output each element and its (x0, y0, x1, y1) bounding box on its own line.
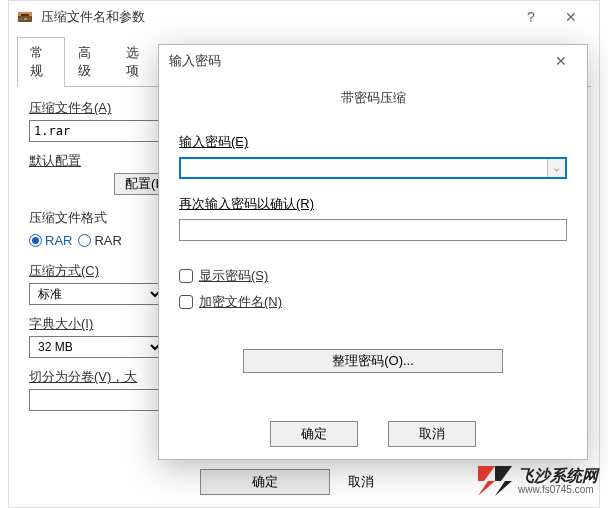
filename-input[interactable] (29, 120, 164, 142)
modal-heading: 带密码压缩 (179, 89, 567, 107)
chevron-down-icon[interactable]: ⌵ (547, 159, 565, 177)
svg-marker-6 (478, 466, 495, 496)
enter-password-label: 输入密码(E) (179, 133, 567, 151)
watermark: 飞沙系统网 www.fs0745.com (478, 466, 598, 496)
watermark-logo-icon (478, 466, 512, 496)
tab-general[interactable]: 常规 (17, 37, 65, 87)
winrar-icon (17, 9, 33, 25)
encrypt-names-checkbox[interactable]: 加密文件名(N) (179, 293, 567, 311)
close-icon[interactable]: ✕ (545, 45, 577, 77)
modal-cancel-button[interactable]: 取消 (388, 421, 476, 447)
watermark-url: www.fs0745.com (518, 484, 598, 495)
parent-title: 压缩文件名和参数 (41, 8, 511, 26)
help-button[interactable]: ? (511, 1, 551, 33)
checkbox-icon (179, 295, 193, 309)
modal-titlebar: 输入密码 ✕ (159, 45, 587, 77)
method-select[interactable]: 标准 (29, 283, 164, 305)
split-input[interactable] (29, 389, 164, 411)
svg-rect-4 (24, 18, 27, 20)
svg-rect-2 (21, 14, 29, 16)
show-password-label: 显示密码(S) (199, 267, 268, 285)
radio-rar-label: RAR (45, 233, 72, 248)
radio-rar4[interactable]: RAR (78, 233, 121, 248)
tab-advanced[interactable]: 高级 (65, 37, 113, 87)
modal-ok-button[interactable]: 确定 (270, 421, 358, 447)
modal-title: 输入密码 (169, 52, 545, 70)
tab-options[interactable]: 选项 (113, 37, 161, 87)
close-button[interactable]: ✕ (551, 1, 591, 33)
password-input[interactable]: ⌵ (179, 157, 567, 179)
radio-dot-icon (29, 234, 42, 247)
checkbox-icon (179, 269, 193, 283)
reenter-password-label: 再次输入密码以确认(R) (179, 195, 567, 213)
parent-ok-button[interactable]: 确定 (200, 469, 330, 495)
parent-cancel-button[interactable]: 取消 (348, 469, 408, 495)
organize-passwords-button[interactable]: 整理密码(O)... (243, 349, 503, 373)
password-dialog: 输入密码 ✕ 带密码压缩 输入密码(E) ⌵ 再次输入密码以确认(R) 显示密码… (158, 44, 588, 460)
password-confirm-input[interactable] (179, 219, 567, 241)
radio-rar4-label: RAR (94, 233, 121, 248)
radio-dot-icon (78, 234, 91, 247)
svg-rect-5 (28, 18, 30, 20)
modal-button-row: 确定 取消 (159, 421, 587, 447)
svg-rect-3 (20, 18, 23, 20)
svg-marker-7 (495, 466, 512, 496)
radio-rar[interactable]: RAR (29, 233, 72, 248)
dict-select[interactable]: 32 MB (29, 336, 164, 358)
watermark-text: 飞沙系统网 (518, 467, 598, 485)
encrypt-names-label: 加密文件名(N) (199, 293, 282, 311)
tabs: 常规 高级 选项 (9, 33, 169, 87)
show-password-checkbox[interactable]: 显示密码(S) (179, 267, 567, 285)
modal-body: 带密码压缩 输入密码(E) ⌵ 再次输入密码以确认(R) 显示密码(S) 加密文… (159, 77, 587, 373)
parent-titlebar: 压缩文件名和参数 ? ✕ (9, 1, 599, 33)
